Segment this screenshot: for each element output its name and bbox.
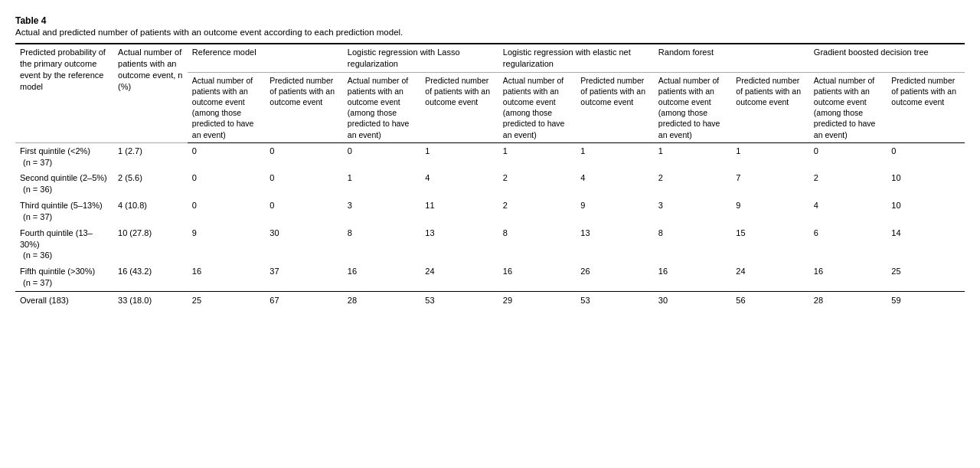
row-elastic-pred: 9 — [576, 198, 654, 225]
row-lasso-actual: 8 — [343, 225, 421, 264]
table-caption: Actual and predicted number of patients … — [15, 28, 965, 37]
row-gb-actual: 0 — [809, 142, 887, 170]
row-lasso-actual: 0 — [343, 142, 421, 170]
row-actual: 16 (43.2) — [113, 263, 188, 291]
row-ref-pred: 37 — [265, 263, 343, 291]
row-elastic-pred: 4 — [576, 170, 654, 198]
row-gb-pred: 10 — [887, 198, 965, 225]
row-rf-actual: 3 — [654, 198, 732, 225]
elastic-pred-subheader: Predicted number of patients with an out… — [576, 72, 654, 142]
row-ref-pred: 0 — [265, 198, 343, 225]
row-label: Fifth quintile (>30%)(n = 37) — [15, 263, 113, 291]
main-table: Predicted probability of the primary out… — [15, 43, 965, 309]
row-lasso-pred: 24 — [420, 263, 498, 291]
row-ref-actual: 0 — [188, 198, 266, 225]
row-lasso-pred: 11 — [420, 198, 498, 225]
gb-actual-subheader: Actual number of patients with an outcom… — [809, 72, 887, 142]
table-row: Second quintile (2–5%)(n = 36) 2 (5.6) 0… — [15, 170, 965, 198]
row-lasso-actual: 16 — [343, 263, 421, 291]
row-rf-pred: 1 — [731, 142, 809, 170]
row-gb-pred: 10 — [887, 170, 965, 198]
row-rf-pred: 7 — [731, 170, 809, 198]
elastic-actual-subheader: Actual number of patients with an outcom… — [498, 72, 577, 142]
table-row: Overall (183) 33 (18.0) 25 67 28 53 29 5… — [15, 292, 965, 309]
lasso-actual-subheader: Actual number of patients with an outcom… — [343, 72, 421, 142]
col-predicted-prob-header: Predicted probability of the primary out… — [15, 44, 113, 142]
col-actual-num-header: Actual number of patients with an outcom… — [113, 44, 188, 142]
row-rf-actual: 1 — [654, 142, 732, 170]
row-label: Overall (183) — [15, 292, 113, 309]
gb-pred-subheader: Predicted number of patients with an out… — [887, 72, 965, 142]
lasso-pred-subheader: Predicted number of patients with an out… — [420, 72, 498, 142]
table-row: First quintile (<2%)(n = 37) 1 (2.7) 0 0… — [15, 142, 965, 170]
row-ref-pred: 0 — [265, 142, 343, 170]
row-actual: 2 (5.6) — [113, 170, 188, 198]
table-row: Third quintile (5–13%)(n = 37) 4 (10.8) … — [15, 198, 965, 225]
row-ref-actual: 9 — [188, 225, 266, 264]
row-gb-actual: 2 — [809, 170, 887, 198]
row-elastic-pred: 1 — [576, 142, 654, 170]
rf-model-header: Random forest — [654, 44, 809, 72]
ref-pred-subheader: Predicted number of patients with an out… — [265, 72, 343, 142]
row-rf-pred: 9 — [731, 198, 809, 225]
row-elastic-pred: 26 — [576, 263, 654, 291]
row-elastic-actual: 2 — [498, 170, 577, 198]
ref-actual-subheader: Actual number of patients with an outcom… — [188, 72, 266, 142]
row-label: Second quintile (2–5%)(n = 36) — [15, 170, 113, 198]
row-elastic-actual: 8 — [498, 225, 577, 264]
row-ref-pred: 30 — [265, 225, 343, 264]
row-actual: 33 (18.0) — [113, 292, 188, 309]
row-elastic-actual: 16 — [498, 263, 577, 291]
row-label: First quintile (<2%)(n = 37) — [15, 142, 113, 170]
ref-model-header: Reference model — [188, 44, 343, 72]
table-row: Fourth quintile (13–30%)(n = 36) 10 (27.… — [15, 225, 965, 264]
row-gb-pred: 14 — [887, 225, 965, 264]
row-rf-actual: 30 — [654, 292, 732, 309]
row-rf-pred: 15 — [731, 225, 809, 264]
row-gb-actual: 6 — [809, 225, 887, 264]
row-lasso-actual: 28 — [343, 292, 421, 309]
row-rf-pred: 24 — [731, 263, 809, 291]
row-elastic-actual: 1 — [498, 142, 577, 170]
elastic-model-header: Logistic regression with elastic net reg… — [498, 44, 654, 72]
row-ref-actual: 16 — [188, 263, 266, 291]
row-lasso-pred: 13 — [420, 225, 498, 264]
row-gb-actual: 4 — [809, 198, 887, 225]
row-elastic-actual: 2 — [498, 198, 577, 225]
row-gb-pred: 0 — [887, 142, 965, 170]
gb-model-header: Gradient boosted decision tree — [809, 44, 965, 72]
rf-actual-subheader: Actual number of patients with an outcom… — [654, 72, 732, 142]
row-ref-actual: 0 — [188, 170, 266, 198]
row-gb-pred: 25 — [887, 263, 965, 291]
row-rf-pred: 56 — [731, 292, 809, 309]
row-rf-actual: 16 — [654, 263, 732, 291]
rf-pred-subheader: Predicted number of patients with an out… — [731, 72, 809, 142]
row-actual: 4 (10.8) — [113, 198, 188, 225]
row-actual: 10 (27.8) — [113, 225, 188, 264]
row-gb-actual: 16 — [809, 263, 887, 291]
row-ref-actual: 0 — [188, 142, 266, 170]
row-lasso-pred: 53 — [420, 292, 498, 309]
row-lasso-pred: 4 — [420, 170, 498, 198]
table-row: Fifth quintile (>30%)(n = 37) 16 (43.2) … — [15, 263, 965, 291]
table-title: Table 4 — [15, 15, 965, 26]
row-lasso-actual: 3 — [343, 198, 421, 225]
row-rf-actual: 8 — [654, 225, 732, 264]
row-elastic-pred: 13 — [576, 225, 654, 264]
row-label: Third quintile (5–13%)(n = 37) — [15, 198, 113, 225]
row-label: Fourth quintile (13–30%)(n = 36) — [15, 225, 113, 264]
row-actual: 1 (2.7) — [113, 142, 188, 170]
lasso-model-header: Logistic regression with Lasso regulariz… — [343, 44, 498, 72]
row-rf-actual: 2 — [654, 170, 732, 198]
row-gb-actual: 28 — [809, 292, 887, 309]
row-lasso-pred: 1 — [420, 142, 498, 170]
row-elastic-actual: 29 — [498, 292, 577, 309]
row-gb-pred: 59 — [887, 292, 965, 309]
row-elastic-pred: 53 — [576, 292, 654, 309]
row-lasso-actual: 1 — [343, 170, 421, 198]
row-ref-pred: 67 — [265, 292, 343, 309]
row-ref-actual: 25 — [188, 292, 266, 309]
row-ref-pred: 0 — [265, 170, 343, 198]
